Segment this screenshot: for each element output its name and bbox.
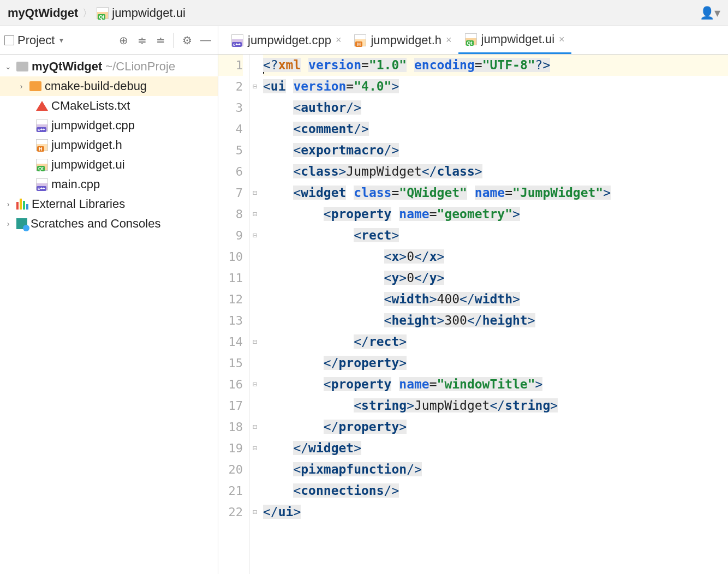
tree-file-cpp[interactable]: jumpwidget.cpp <box>0 116 218 135</box>
tree-file-main[interactable]: main.cpp <box>0 175 218 194</box>
tree-item-label: jumpwidget.h <box>51 138 122 152</box>
locate-icon[interactable]: ⊕ <box>116 33 131 48</box>
tab-label: jumpwidget.ui <box>481 32 555 46</box>
tree-item-label: main.cpp <box>51 177 100 192</box>
chevron-right-icon: › <box>3 219 13 228</box>
qt-ui-file-icon <box>97 7 109 19</box>
cpp-file-icon <box>36 119 48 131</box>
user-icon[interactable]: 👤▾ <box>700 6 720 20</box>
tree-item-label: jumpwidget.cpp <box>51 118 135 133</box>
breadcrumb-file[interactable]: jumpwidget.ui <box>97 6 186 20</box>
editor-area: jumpwidget.cpp × jumpwidget.h × jumpwidg… <box>218 26 728 574</box>
breadcrumb-label: jumpwidget.ui <box>112 6 186 20</box>
project-tree: ⌄ myQtWidget ~/CLionProje › cmake-build-… <box>0 55 218 234</box>
gear-icon[interactable]: ⚙ <box>180 33 195 48</box>
separator <box>174 33 174 48</box>
editor-tabs: jumpwidget.cpp × jumpwidget.h × jumpwidg… <box>218 26 728 55</box>
close-icon[interactable]: × <box>446 34 452 46</box>
close-icon[interactable]: × <box>559 34 565 45</box>
tree-scratches[interactable]: › Scratches and Consoles <box>0 214 218 234</box>
expand-all-icon[interactable]: ≑ <box>134 33 150 48</box>
line-number-gutter: 12345678910111213141516171819202122 <box>218 55 250 574</box>
tree-root[interactable]: ⌄ myQtWidget ~/CLionProje <box>0 57 218 76</box>
tree-item-label: Scratches and Consoles <box>31 217 160 231</box>
scratches-icon <box>16 218 27 229</box>
chevron-down-icon: ⌄ <box>3 62 13 71</box>
breadcrumb-root[interactable]: myQtWidget <box>8 6 78 20</box>
sidebar-toolbar: Project ▼ ⊕ ≑ ≐ ⚙ — <box>0 26 218 55</box>
tab-label: jumpwidget.cpp <box>248 33 331 47</box>
tree-item-label: CMakeLists.txt <box>51 99 130 113</box>
tree-item-label: cmake-build-debug <box>45 79 147 93</box>
tree-folder-debug[interactable]: › cmake-build-debug <box>0 76 218 96</box>
header-file-icon <box>354 34 366 46</box>
folder-icon <box>16 62 28 71</box>
close-icon[interactable]: × <box>336 34 342 46</box>
code-content[interactable]: <?xml version="1.0" encoding="UTF-8"?><u… <box>260 55 728 574</box>
header-file-icon <box>36 139 48 151</box>
chevron-right-icon: 〉 <box>82 7 92 20</box>
qt-ui-file-icon <box>36 159 48 171</box>
hide-icon[interactable]: — <box>198 33 213 48</box>
tab-label: jumpwidget.h <box>371 33 441 47</box>
tree-root-label: myQtWidget <box>32 59 102 74</box>
tree-file-ui[interactable]: jumpwidget.ui <box>0 155 218 175</box>
tree-root-path: ~/CLionProje <box>105 59 175 74</box>
cpp-file-icon <box>231 34 243 46</box>
folder-icon <box>29 81 41 91</box>
breadcrumb-bar: myQtWidget 〉 jumpwidget.ui 👤▾ <box>0 0 728 26</box>
cpp-file-icon <box>36 178 48 190</box>
chevron-right-icon: › <box>16 82 26 91</box>
qt-ui-file-icon <box>465 33 477 45</box>
project-view-selector[interactable]: Project ▼ <box>4 33 64 47</box>
libraries-icon <box>16 199 28 210</box>
tree-file-cmakelists[interactable]: CMakeLists.txt <box>0 96 218 116</box>
cmake-icon <box>36 101 48 111</box>
project-icon <box>4 35 14 45</box>
fold-column: ⊟⊟⊟⊟⊟⊟⊟⊟⊟ <box>250 55 260 574</box>
editor-body[interactable]: 12345678910111213141516171819202122 ⊟⊟⊟⊟… <box>218 55 728 574</box>
tree-file-h[interactable]: jumpwidget.h <box>0 135 218 155</box>
chevron-down-icon: ▼ <box>58 37 64 44</box>
chevron-right-icon: › <box>3 200 13 208</box>
breadcrumbs: myQtWidget 〉 jumpwidget.ui <box>8 6 186 20</box>
tree-external-libraries[interactable]: › External Libraries <box>0 194 218 214</box>
tree-item-label: External Libraries <box>32 197 125 211</box>
breadcrumb-label: myQtWidget <box>8 6 78 20</box>
tab-jumpwidget-cpp[interactable]: jumpwidget.cpp × <box>225 26 348 54</box>
project-sidebar: Project ▼ ⊕ ≑ ≐ ⚙ — ⌄ myQtWidget ~/CLion… <box>0 26 218 574</box>
project-label: Project <box>17 33 55 47</box>
collapse-all-icon[interactable]: ≐ <box>153 33 168 48</box>
tree-item-label: jumpwidget.ui <box>51 158 125 172</box>
tab-jumpwidget-ui[interactable]: jumpwidget.ui × <box>458 26 571 54</box>
tab-jumpwidget-h[interactable]: jumpwidget.h × <box>348 26 458 54</box>
